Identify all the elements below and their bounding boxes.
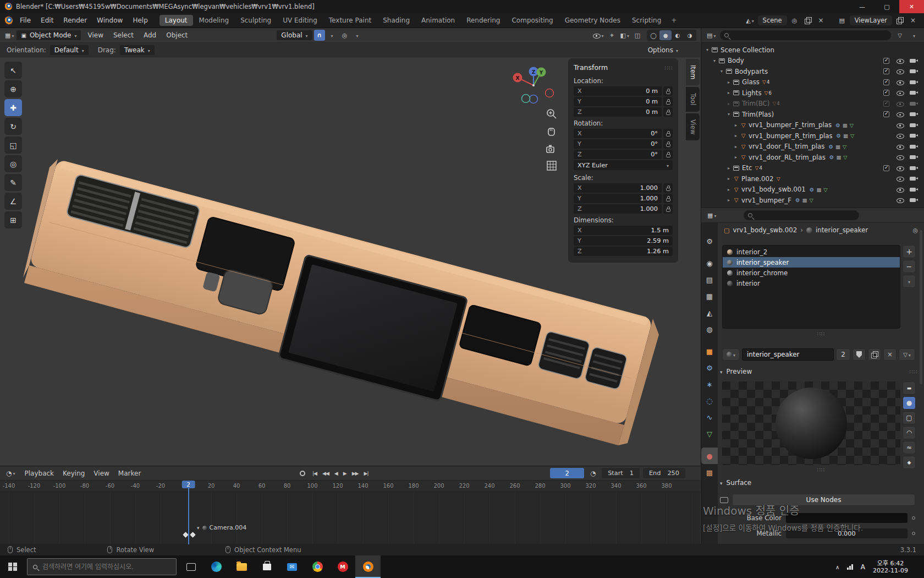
users-count-button[interactable]: 2 (836, 348, 850, 361)
workspace-tab[interactable]: Sculpting (235, 15, 277, 26)
timeline-channel[interactable]: Camera.004 (197, 524, 246, 531)
task-view-button[interactable] (178, 555, 204, 578)
material-specials-button[interactable] (899, 348, 915, 361)
shading-rendered-button[interactable] (684, 30, 696, 40)
disable-render-camera-icon[interactable] (910, 144, 918, 149)
lock-button[interactable] (663, 194, 673, 203)
hide-viewport-eye-icon[interactable] (897, 155, 904, 160)
disable-render-camera-icon[interactable] (910, 79, 918, 85)
taskbar-search[interactable] (27, 558, 177, 575)
breadcrumb-object[interactable]: vrv1_body_swb.002 (733, 226, 797, 234)
outliner-display-mode[interactable] (909, 30, 920, 41)
disclosure-arrow[interactable]: ▸ (725, 187, 733, 192)
pan-hand-control[interactable] (544, 124, 559, 139)
breadcrumb-material[interactable]: interior_speaker (816, 226, 868, 234)
remove-slot-button[interactable] (903, 260, 916, 273)
outliner-row[interactable]: ▸ Lights 6 (701, 88, 924, 99)
disclosure-arrow[interactable]: ▸ (725, 198, 733, 203)
outliner-row[interactable]: ▸ Glass 4 (701, 77, 924, 88)
lock-button[interactable] (663, 150, 673, 159)
timeline-editor-type-button[interactable] (5, 468, 16, 479)
playhead[interactable]: 2 (188, 481, 189, 544)
shading-solid-button[interactable] (659, 30, 672, 40)
use-nodes-button[interactable]: Use Nodes (732, 494, 915, 506)
properties-tab[interactable]: ◭ (701, 304, 718, 321)
tool-button[interactable]: ↖ (4, 62, 22, 79)
sidebar-tab[interactable]: Item (686, 59, 700, 85)
transport-button[interactable]: ▶| (362, 468, 371, 479)
ime-indicator[interactable]: A (861, 563, 865, 571)
exclude-checkbox[interactable] (883, 101, 889, 107)
pin-icon[interactable] (912, 226, 918, 234)
outliner-row[interactable]: ▸ Plane.002 (701, 173, 924, 184)
outliner-row[interactable]: ▾ Trim(Plas) (701, 109, 924, 120)
workspace-tab[interactable]: UV Editing (277, 15, 323, 26)
tool-button[interactable]: ✎ (4, 174, 22, 191)
snap-toggle[interactable] (314, 30, 325, 41)
gizmo-toggle[interactable] (607, 30, 618, 41)
properties-scrollbar[interactable] (920, 230, 922, 384)
disclosure-arrow[interactable]: ▾ (711, 58, 718, 63)
preview-flat-button[interactable] (903, 381, 916, 395)
menu-item[interactable]: Help (128, 17, 152, 24)
metallic-slider[interactable]: 0.000 (786, 528, 908, 538)
transform-panel-title[interactable]: Transform (574, 63, 673, 75)
unlink-material-button[interactable] (883, 348, 897, 361)
drag-dropdown[interactable]: Tweak (120, 45, 155, 55)
exclude-checkbox[interactable] (883, 58, 889, 64)
menu-item[interactable]: Render (58, 17, 92, 24)
hide-viewport-eye-icon[interactable] (897, 166, 904, 171)
dimension-field[interactable]: Z1.26 m (574, 247, 673, 256)
timeline-tracks[interactable]: Camera.004 (0, 492, 700, 544)
animate-dot-icon[interactable] (912, 516, 915, 520)
timeline-ruler[interactable]: -140-120-100-80-60-40-202040608010012014… (0, 481, 700, 492)
xray-toggle[interactable] (632, 30, 643, 41)
workspace-tab[interactable]: Rendering (461, 15, 505, 26)
disclosure-arrow[interactable]: ▸ (725, 101, 733, 106)
exclude-checkbox[interactable] (883, 165, 889, 171)
animate-dot-icon[interactable] (912, 532, 915, 535)
transport-button[interactable]: ◀ (332, 468, 340, 479)
viewport-menu-item[interactable]: Select (108, 31, 139, 39)
tool-button[interactable]: ✚ (4, 99, 22, 116)
tool-button[interactable]: ⊕ (4, 80, 22, 97)
search-input[interactable] (42, 563, 170, 571)
mode-dropdown[interactable]: Object Mode (16, 30, 81, 40)
menu-item[interactable]: Edit (36, 17, 58, 24)
list-resize-grip[interactable] (718, 331, 924, 337)
timeline-menu-item[interactable]: Keying (63, 470, 85, 477)
workspace-tab[interactable]: Texture Paint (323, 15, 377, 26)
hide-viewport-eye-icon[interactable] (897, 69, 904, 74)
surface-section-header[interactable]: Surface (720, 477, 917, 488)
properties-tab[interactable]: ∿ (701, 409, 718, 426)
pin-scene-button[interactable] (789, 15, 800, 26)
hide-viewport-eye-icon[interactable] (897, 102, 904, 107)
material-slot[interactable]: interior_speaker (723, 257, 900, 268)
properties-editor-type-button[interactable] (706, 210, 717, 221)
preview-sphere-button[interactable] (903, 396, 916, 410)
blender-menu-icon[interactable] (4, 17, 13, 25)
disclosure-arrow[interactable]: ▸ (725, 166, 733, 171)
properties-tab[interactable]: ▽ (701, 426, 718, 442)
shading-wireframe-button[interactable] (647, 30, 659, 40)
exclude-checkbox[interactable] (883, 90, 889, 96)
properties-tab[interactable]: ⚙ (701, 233, 718, 249)
auto-key-record-icon[interactable] (300, 471, 305, 476)
scene-browse-button[interactable] (745, 15, 756, 26)
properties-tab[interactable]: ∗ (701, 376, 718, 392)
start-frame-field[interactable]: Start1 (602, 468, 640, 478)
disclosure-arrow[interactable]: ▾ (725, 112, 733, 117)
properties-tab[interactable]: ■ (701, 343, 718, 359)
lock-button[interactable] (663, 204, 673, 214)
tool-button[interactable]: ◎ (4, 155, 22, 172)
axis-negative-x[interactable] (546, 89, 554, 97)
lock-button[interactable] (663, 139, 673, 149)
properties-tab[interactable]: ▤ (701, 271, 718, 288)
workspace-tab[interactable]: Scripting (626, 15, 667, 26)
workspace-tab[interactable]: Animation (416, 15, 460, 26)
playhead-frame-badge[interactable]: 2 (182, 481, 195, 488)
material-slot[interactable]: interior (723, 278, 900, 288)
disclosure-arrow[interactable]: ▾ (718, 69, 725, 74)
exclude-checkbox[interactable] (883, 111, 889, 117)
workspace-tab[interactable]: Shading (377, 15, 415, 26)
